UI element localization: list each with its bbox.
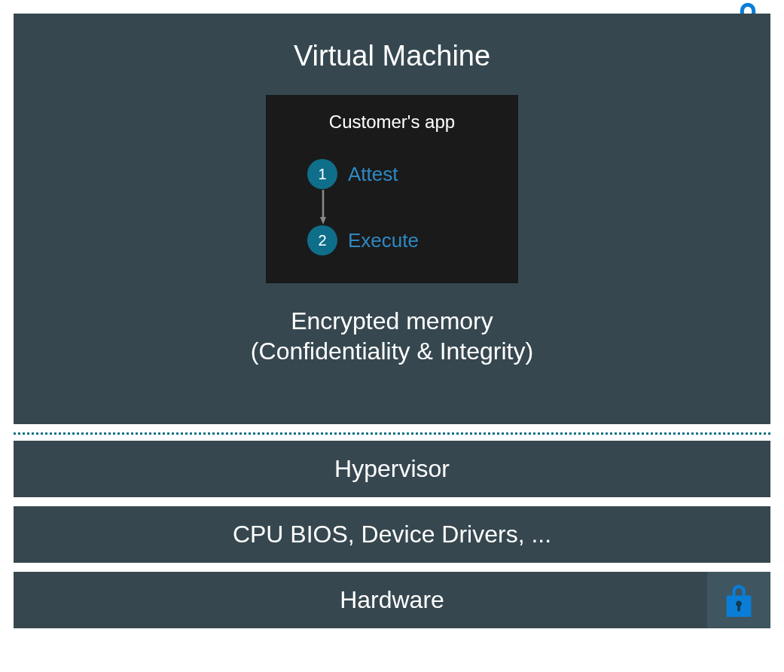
encrypted-memory-text: Encrypted memory (Confidentiality & Inte… — [251, 306, 533, 366]
arrow-down — [307, 189, 496, 225]
svg-marker-4 — [320, 217, 326, 225]
hardware-lock-tab — [707, 572, 770, 628]
hardware-label: Hardware — [340, 586, 444, 614]
customer-app-box: Customer's app 1 Attest 2 Execute — [266, 95, 518, 283]
divider-dotted — [14, 424, 770, 441]
step-1: 1 Attest — [307, 159, 496, 189]
step-2: 2 Execute — [307, 225, 496, 255]
cpu-bios-label: CPU BIOS, Device Drivers, ... — [233, 521, 551, 548]
step-2-label: Execute — [348, 229, 419, 252]
svg-rect-7 — [737, 604, 740, 611]
arrow-icon — [320, 190, 326, 225]
virtual-machine-box: Virtual Machine Customer's app 1 Attest … — [14, 14, 770, 424]
hypervisor-label: Hypervisor — [334, 455, 450, 483]
steps-container: 1 Attest 2 Execute — [288, 159, 496, 255]
hardware-layer: Hardware — [14, 572, 770, 628]
hypervisor-layer: Hypervisor — [14, 441, 770, 497]
step-1-label: Attest — [348, 163, 398, 186]
vm-title: Virtual Machine — [294, 40, 490, 72]
memory-line-1: Encrypted memory — [291, 307, 493, 334]
step-1-circle: 1 — [307, 159, 337, 189]
memory-line-2: (Confidentiality & Integrity) — [251, 338, 533, 365]
cpu-bios-layer: CPU BIOS, Device Drivers, ... — [14, 506, 770, 563]
app-title: Customer's app — [288, 111, 496, 133]
lock-icon — [722, 582, 755, 619]
step-2-circle: 2 — [307, 225, 337, 255]
